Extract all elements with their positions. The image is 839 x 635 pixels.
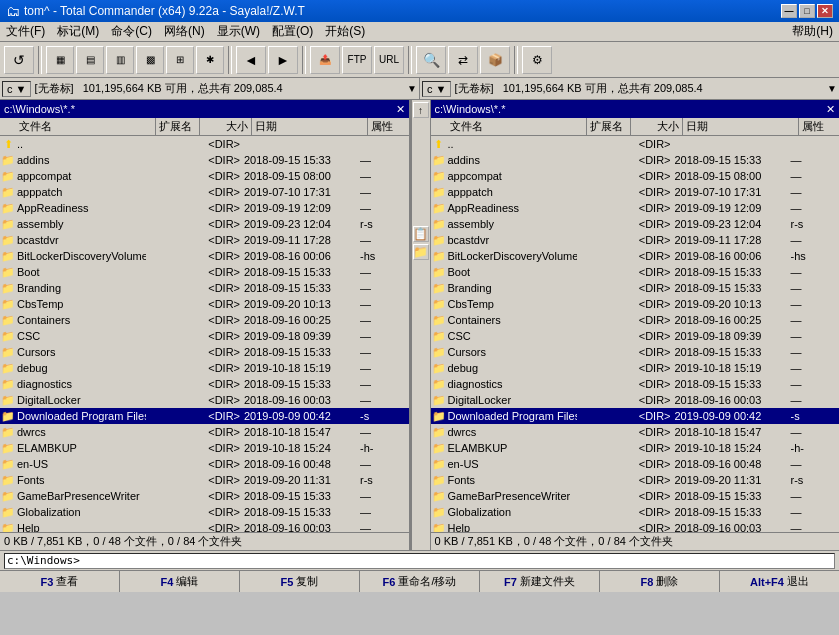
left-drive-button[interactable]: c ▼ (2, 81, 31, 97)
fkey-f7[interactable]: F7 新建文件夹 (480, 571, 600, 592)
table-row[interactable]: 📁Branding<DIR>2018-09-15 15:33— (0, 280, 409, 296)
table-row[interactable]: 📁Globalization<DIR>2018-09-15 15:33— (0, 504, 409, 520)
table-row[interactable]: 📁BitLockerDiscoveryVolumeC...<DIR>2019-0… (0, 248, 409, 264)
menu-help[interactable]: 帮助(H) (786, 22, 839, 41)
table-row[interactable]: 📁Boot<DIR>2018-09-15 15:33— (0, 264, 409, 280)
table-row[interactable]: 📁debug<DIR>2019-10-18 15:19— (0, 360, 409, 376)
table-row[interactable]: 📁Help<DIR>2018-09-16 00:03— (0, 520, 409, 532)
table-row[interactable]: 📁Downloaded Program Files<DIR>2019-09-09… (0, 408, 409, 424)
table-row[interactable]: 📁ELAMBKUP<DIR>2019-10-18 15:24-h- (0, 440, 409, 456)
table-row[interactable]: 📁appcompat<DIR>2018-09-15 08:00— (0, 168, 409, 184)
toolbar-btn-refresh[interactable]: ↺ (4, 46, 34, 74)
menu-config[interactable]: 配置(O) (266, 22, 319, 41)
table-row[interactable]: 📁Help<DIR>2018-09-16 00:03— (431, 520, 840, 532)
table-row[interactable]: 📁assembly<DIR>2019-09-23 12:04r-s (0, 216, 409, 232)
left-col-size[interactable]: 大小 (200, 118, 252, 135)
table-row[interactable]: 📁en-US<DIR>2018-09-16 00:48— (431, 456, 840, 472)
center-btn-copy-left[interactable]: 📋 (413, 226, 429, 242)
table-row[interactable]: 📁Boot<DIR>2018-09-15 15:33— (431, 264, 840, 280)
right-path-arrow[interactable]: ▼ (827, 83, 837, 94)
right-col-ext[interactable]: 扩展名 (587, 118, 631, 135)
table-row[interactable]: 📁Fonts<DIR>2019-09-20 11:31r-s (0, 472, 409, 488)
left-col-ext[interactable]: 扩展名 (156, 118, 200, 135)
table-row[interactable]: 📁Containers<DIR>2018-09-16 00:25— (0, 312, 409, 328)
right-col-name[interactable]: 文件名 (447, 118, 587, 135)
table-row[interactable]: 📁CSC<DIR>2019-09-18 09:39— (431, 328, 840, 344)
left-col-date[interactable]: 日期 (252, 118, 368, 135)
left-col-attr[interactable]: 属性 (368, 118, 398, 135)
toolbar-btn-find[interactable]: 🔍 (416, 46, 446, 74)
right-col-size[interactable]: 大小 (631, 118, 683, 135)
table-row[interactable]: 📁addins<DIR>2018-09-15 15:33— (431, 152, 840, 168)
right-panel-close[interactable]: ✕ (826, 103, 835, 116)
table-row[interactable]: 📁Fonts<DIR>2019-09-20 11:31r-s (431, 472, 840, 488)
menu-command[interactable]: 命令(C) (105, 22, 158, 41)
table-row[interactable]: 📁apppatch<DIR>2019-07-10 17:31— (431, 184, 840, 200)
toolbar-btn-back[interactable]: ◄ (236, 46, 266, 74)
table-row[interactable]: 📁debug<DIR>2019-10-18 15:19— (431, 360, 840, 376)
table-row[interactable]: 📁assembly<DIR>2019-09-23 12:04r-s (431, 216, 840, 232)
table-row[interactable]: 📁GameBarPresenceWriter<DIR>2018-09-15 15… (0, 488, 409, 504)
toolbar-btn-ftp[interactable]: FTP (342, 46, 372, 74)
toolbar-btn-1[interactable]: ▦ (46, 46, 74, 74)
toolbar-btn-3[interactable]: ▥ (106, 46, 134, 74)
fkey-f5[interactable]: F5 复制 (240, 571, 360, 592)
menu-mark[interactable]: 标记(M) (51, 22, 105, 41)
right-col-date[interactable]: 日期 (683, 118, 799, 135)
table-row[interactable]: 📁Cursors<DIR>2018-09-15 15:33— (431, 344, 840, 360)
toolbar-btn-forward[interactable]: ► (268, 46, 298, 74)
table-row[interactable]: 📁dwrcs<DIR>2018-10-18 15:47— (0, 424, 409, 440)
table-row[interactable]: 📁en-US<DIR>2018-09-16 00:48— (0, 456, 409, 472)
table-row[interactable]: 📁diagnostics<DIR>2018-09-15 15:33— (431, 376, 840, 392)
table-row[interactable]: 📁AppReadiness<DIR>2019-09-19 12:09— (0, 200, 409, 216)
table-row[interactable]: 📁bcastdvr<DIR>2019-09-11 17:28— (0, 232, 409, 248)
maximize-button[interactable]: □ (799, 4, 815, 18)
menu-display[interactable]: 显示(W) (211, 22, 266, 41)
center-btn-copy-right[interactable]: 📁 (413, 244, 429, 260)
table-row[interactable]: 📁GameBarPresenceWriter<DIR>2018-09-15 15… (431, 488, 840, 504)
table-row[interactable]: 📁dwrcs<DIR>2018-10-18 15:47— (431, 424, 840, 440)
toolbar-btn-url[interactable]: URL (374, 46, 404, 74)
table-row[interactable]: 📁addins<DIR>2018-09-15 15:33— (0, 152, 409, 168)
table-row[interactable]: 📁Globalization<DIR>2018-09-15 15:33— (431, 504, 840, 520)
fkey-f8[interactable]: F8 删除 (600, 571, 720, 592)
toolbar-btn-sync[interactable]: ⇄ (448, 46, 478, 74)
table-row[interactable]: ⬆..<DIR> (431, 136, 840, 152)
table-row[interactable]: 📁Downloaded Program Files<DIR>2019-09-09… (431, 408, 840, 424)
fkey-f3[interactable]: F3 查看 (0, 571, 120, 592)
cmd-input[interactable] (4, 553, 835, 569)
toolbar-btn-2[interactable]: ▤ (76, 46, 104, 74)
toolbar-btn-5[interactable]: ⊞ (166, 46, 194, 74)
menu-file[interactable]: 文件(F) (0, 22, 51, 41)
toolbar-btn-pack[interactable]: 📦 (480, 46, 510, 74)
close-button[interactable]: ✕ (817, 4, 833, 18)
menu-start[interactable]: 开始(S) (319, 22, 371, 41)
table-row[interactable]: 📁DigitalLocker<DIR>2018-09-16 00:03— (431, 392, 840, 408)
left-col-name[interactable]: 文件名 (16, 118, 156, 135)
table-row[interactable]: 📁CSC<DIR>2019-09-18 09:39— (0, 328, 409, 344)
table-row[interactable]: 📁DigitalLocker<DIR>2018-09-16 00:03— (0, 392, 409, 408)
toolbar-btn-prefs[interactable]: ⚙ (522, 46, 552, 74)
table-row[interactable]: ⬆..<DIR> (0, 136, 409, 152)
toolbar-btn-4[interactable]: ▩ (136, 46, 164, 74)
menu-network[interactable]: 网络(N) (158, 22, 211, 41)
left-panel-close[interactable]: ✕ (396, 103, 405, 116)
right-drive-button[interactable]: c ▼ (422, 81, 451, 97)
table-row[interactable]: 📁CbsTemp<DIR>2019-09-20 10:13— (0, 296, 409, 312)
right-col-attr[interactable]: 属性 (799, 118, 829, 135)
left-path-arrow[interactable]: ▼ (407, 83, 417, 94)
table-row[interactable]: 📁apppatch<DIR>2019-07-10 17:31— (0, 184, 409, 200)
left-file-list[interactable]: ⬆..<DIR>📁addins<DIR>2018-09-15 15:33—📁ap… (0, 136, 409, 532)
toolbar-btn-copy-ftp[interactable]: 📤 (310, 46, 340, 74)
fkey-f6[interactable]: F6 重命名/移动 (360, 571, 480, 592)
table-row[interactable]: 📁AppReadiness<DIR>2019-09-19 12:09— (431, 200, 840, 216)
table-row[interactable]: 📁bcastdvr<DIR>2019-09-11 17:28— (431, 232, 840, 248)
minimize-button[interactable]: — (781, 4, 797, 18)
table-row[interactable]: 📁Cursors<DIR>2018-09-15 15:33— (0, 344, 409, 360)
table-row[interactable]: 📁ELAMBKUP<DIR>2019-10-18 15:24-h- (431, 440, 840, 456)
table-row[interactable]: 📁Branding<DIR>2018-09-15 15:33— (431, 280, 840, 296)
fkey-altf4[interactable]: Alt+F4 退出 (720, 571, 839, 592)
right-file-list[interactable]: ⬆..<DIR>📁addins<DIR>2018-09-15 15:33—📁ap… (431, 136, 840, 532)
table-row[interactable]: 📁BitLockerDiscoveryVolumeC...<DIR>2019-0… (431, 248, 840, 264)
table-row[interactable]: 📁diagnostics<DIR>2018-09-15 15:33— (0, 376, 409, 392)
